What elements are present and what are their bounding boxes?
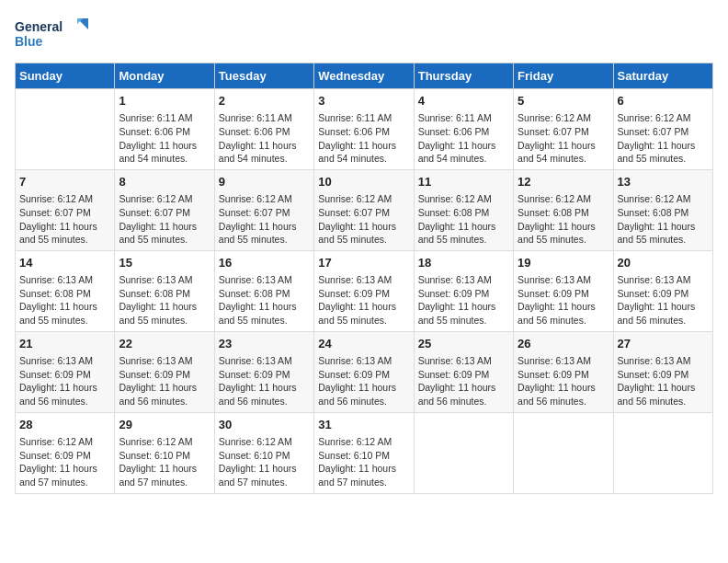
day-number: 11 [418,174,509,190]
day-number: 1 [119,93,210,109]
day-info: Sunrise: 6:13 AM Sunset: 6:09 PM Dayligh… [418,354,509,408]
day-cell: 12Sunrise: 6:12 AM Sunset: 6:08 PM Dayli… [514,169,613,250]
day-info: Sunrise: 6:13 AM Sunset: 6:09 PM Dayligh… [518,273,609,327]
week-row-1: 1Sunrise: 6:11 AM Sunset: 6:06 PM Daylig… [16,89,713,170]
day-cell: 29Sunrise: 6:12 AM Sunset: 6:10 PM Dayli… [115,412,214,493]
day-info: Sunrise: 6:12 AM Sunset: 6:08 PM Dayligh… [518,192,609,247]
day-number: 21 [19,336,110,352]
day-number: 9 [219,174,310,190]
day-info: Sunrise: 6:12 AM Sunset: 6:07 PM Dayligh… [618,111,709,166]
day-info: Sunrise: 6:12 AM Sunset: 6:10 PM Dayligh… [119,435,210,489]
day-cell: 7Sunrise: 6:12 AM Sunset: 6:07 PM Daylig… [16,169,115,250]
day-number: 22 [119,336,210,352]
calendar-body: 1Sunrise: 6:11 AM Sunset: 6:06 PM Daylig… [16,89,713,494]
header-friday: Friday [514,63,613,89]
day-cell: 21Sunrise: 6:13 AM Sunset: 6:09 PM Dayli… [16,331,115,412]
day-number: 7 [19,174,110,190]
day-cell: 25Sunrise: 6:13 AM Sunset: 6:09 PM Dayli… [414,331,513,412]
day-cell: 5Sunrise: 6:12 AM Sunset: 6:07 PM Daylig… [514,89,613,170]
day-number: 25 [418,336,509,352]
day-number: 15 [119,255,210,271]
day-info: Sunrise: 6:13 AM Sunset: 6:09 PM Dayligh… [618,354,709,408]
day-info: Sunrise: 6:13 AM Sunset: 6:09 PM Dayligh… [618,273,709,327]
day-info: Sunrise: 6:13 AM Sunset: 6:09 PM Dayligh… [518,354,609,408]
day-number: 20 [618,255,709,271]
week-row-4: 21Sunrise: 6:13 AM Sunset: 6:09 PM Dayli… [16,331,713,412]
day-number: 5 [518,93,609,109]
day-cell: 2Sunrise: 6:11 AM Sunset: 6:06 PM Daylig… [214,89,313,170]
week-row-3: 14Sunrise: 6:13 AM Sunset: 6:08 PM Dayli… [16,250,713,331]
day-info: Sunrise: 6:11 AM Sunset: 6:06 PM Dayligh… [418,111,509,166]
day-info: Sunrise: 6:11 AM Sunset: 6:06 PM Dayligh… [219,111,310,166]
day-number: 16 [219,255,310,271]
day-cell [514,412,613,493]
day-number: 28 [19,417,110,433]
day-cell: 9Sunrise: 6:12 AM Sunset: 6:07 PM Daylig… [214,169,313,250]
day-info: Sunrise: 6:12 AM Sunset: 6:10 PM Dayligh… [318,435,409,489]
day-cell: 18Sunrise: 6:13 AM Sunset: 6:09 PM Dayli… [414,250,513,331]
calendar-header-row: SundayMondayTuesdayWednesdayThursdayFrid… [16,63,713,89]
day-info: Sunrise: 6:11 AM Sunset: 6:06 PM Dayligh… [119,111,210,166]
day-info: Sunrise: 6:13 AM Sunset: 6:09 PM Dayligh… [119,354,210,408]
week-row-2: 7Sunrise: 6:12 AM Sunset: 6:07 PM Daylig… [16,169,713,250]
day-cell [613,412,712,493]
day-number: 10 [318,174,409,190]
day-cell: 17Sunrise: 6:13 AM Sunset: 6:09 PM Dayli… [314,250,414,331]
day-number: 17 [318,255,409,271]
day-info: Sunrise: 6:12 AM Sunset: 6:07 PM Dayligh… [119,192,210,247]
day-info: Sunrise: 6:13 AM Sunset: 6:08 PM Dayligh… [19,273,110,327]
day-info: Sunrise: 6:12 AM Sunset: 6:09 PM Dayligh… [19,435,110,489]
day-cell: 24Sunrise: 6:13 AM Sunset: 6:09 PM Dayli… [314,331,414,412]
day-number: 2 [219,93,310,109]
day-number: 30 [219,417,310,433]
page-header: General Blue [15,15,713,55]
day-cell: 15Sunrise: 6:13 AM Sunset: 6:08 PM Dayli… [115,250,214,331]
day-cell: 30Sunrise: 6:12 AM Sunset: 6:10 PM Dayli… [214,412,313,493]
day-cell: 8Sunrise: 6:12 AM Sunset: 6:07 PM Daylig… [115,169,214,250]
day-info: Sunrise: 6:12 AM Sunset: 6:07 PM Dayligh… [318,192,409,247]
day-cell [414,412,513,493]
header-thursday: Thursday [414,63,513,89]
day-number: 19 [518,255,609,271]
day-cell: 22Sunrise: 6:13 AM Sunset: 6:09 PM Dayli… [115,331,214,412]
svg-text:Blue: Blue [15,34,43,49]
header-wednesday: Wednesday [314,63,414,89]
day-cell: 31Sunrise: 6:12 AM Sunset: 6:10 PM Dayli… [314,412,414,493]
day-number: 8 [119,174,210,190]
day-info: Sunrise: 6:13 AM Sunset: 6:09 PM Dayligh… [418,273,509,327]
day-number: 29 [119,417,210,433]
header-sunday: Sunday [16,63,115,89]
day-cell: 26Sunrise: 6:13 AM Sunset: 6:09 PM Dayli… [514,331,613,412]
day-number: 13 [618,174,709,190]
day-cell: 28Sunrise: 6:12 AM Sunset: 6:09 PM Dayli… [16,412,115,493]
header-tuesday: Tuesday [214,63,313,89]
day-info: Sunrise: 6:12 AM Sunset: 6:07 PM Dayligh… [19,192,110,247]
day-number: 12 [518,174,609,190]
svg-text:General: General [15,19,63,34]
day-info: Sunrise: 6:11 AM Sunset: 6:06 PM Dayligh… [318,111,409,166]
day-cell: 11Sunrise: 6:12 AM Sunset: 6:08 PM Dayli… [414,169,513,250]
day-cell: 4Sunrise: 6:11 AM Sunset: 6:06 PM Daylig… [414,89,513,170]
day-cell: 6Sunrise: 6:12 AM Sunset: 6:07 PM Daylig… [613,89,712,170]
day-cell: 20Sunrise: 6:13 AM Sunset: 6:09 PM Dayli… [613,250,712,331]
day-info: Sunrise: 6:13 AM Sunset: 6:08 PM Dayligh… [119,273,210,327]
day-cell: 14Sunrise: 6:13 AM Sunset: 6:08 PM Dayli… [16,250,115,331]
day-cell: 3Sunrise: 6:11 AM Sunset: 6:06 PM Daylig… [314,89,414,170]
day-info: Sunrise: 6:13 AM Sunset: 6:08 PM Dayligh… [219,273,310,327]
day-info: Sunrise: 6:12 AM Sunset: 6:08 PM Dayligh… [618,192,709,247]
day-info: Sunrise: 6:13 AM Sunset: 6:09 PM Dayligh… [318,273,409,327]
week-row-5: 28Sunrise: 6:12 AM Sunset: 6:09 PM Dayli… [16,412,713,493]
day-info: Sunrise: 6:12 AM Sunset: 6:07 PM Dayligh… [518,111,609,166]
calendar-table: SundayMondayTuesdayWednesdayThursdayFrid… [15,63,713,494]
day-info: Sunrise: 6:13 AM Sunset: 6:09 PM Dayligh… [219,354,310,408]
day-number: 26 [518,336,609,352]
day-info: Sunrise: 6:12 AM Sunset: 6:07 PM Dayligh… [219,192,310,247]
day-number: 4 [418,93,509,109]
day-cell: 13Sunrise: 6:12 AM Sunset: 6:08 PM Dayli… [613,169,712,250]
logo: General Blue [15,15,88,55]
day-number: 24 [318,336,409,352]
day-info: Sunrise: 6:12 AM Sunset: 6:08 PM Dayligh… [418,192,509,247]
header-monday: Monday [115,63,214,89]
day-cell: 27Sunrise: 6:13 AM Sunset: 6:09 PM Dayli… [613,331,712,412]
day-cell [16,89,115,170]
